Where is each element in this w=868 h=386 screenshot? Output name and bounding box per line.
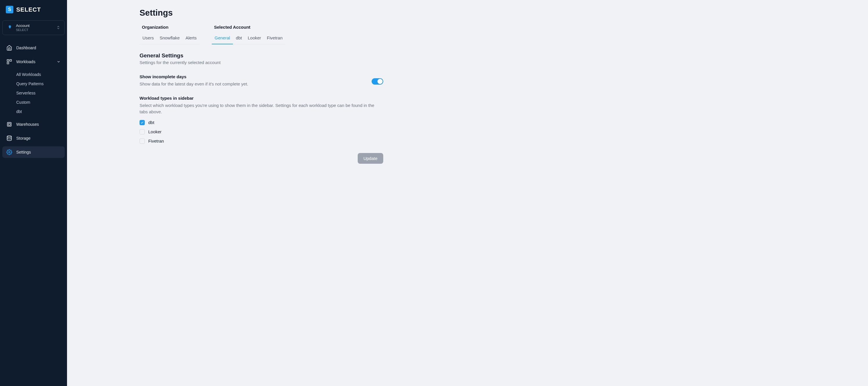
toggle-incomplete-days[interactable] bbox=[372, 78, 383, 84]
checkbox-row-dbt[interactable]: dbt bbox=[140, 120, 383, 125]
sidebar-sub-label: Custom bbox=[16, 100, 30, 105]
checkbox-looker[interactable] bbox=[140, 129, 145, 135]
svg-point-6 bbox=[9, 151, 10, 153]
section-subtitle: Settings for the currently selected acco… bbox=[140, 60, 383, 65]
tab-label: Alerts bbox=[185, 35, 196, 40]
checkbox-label: Fivetran bbox=[148, 139, 164, 143]
tab-general[interactable]: General bbox=[212, 33, 233, 44]
tab-groups: Organization Users Snowflake Alerts Sele… bbox=[140, 25, 383, 44]
tab-label: Users bbox=[143, 35, 154, 40]
sidebar-item-label: Settings bbox=[16, 150, 31, 154]
sidebar-item-warehouses[interactable]: Warehouses bbox=[2, 118, 65, 130]
checkbox-dbt[interactable] bbox=[140, 120, 145, 125]
checkbox-label: dbt bbox=[148, 120, 154, 125]
checkbox-label: Looker bbox=[148, 129, 162, 134]
tab-users[interactable]: Users bbox=[140, 33, 157, 44]
sidebar-sub-item-all-workloads[interactable]: All Workloads bbox=[2, 70, 65, 79]
storage-icon bbox=[6, 135, 12, 141]
brand-logo: S SELECT bbox=[2, 6, 65, 13]
sidebar-item-label: Warehouses bbox=[16, 122, 39, 127]
account-value: SELECT bbox=[16, 28, 53, 32]
snowflake-icon bbox=[7, 24, 13, 31]
checkbox-fivetran[interactable] bbox=[140, 139, 145, 144]
tab-snowflake[interactable]: Snowflake bbox=[157, 33, 183, 44]
svg-rect-2 bbox=[7, 62, 9, 64]
sidebar: S SELECT Account SELECT Dashboard Worklo… bbox=[0, 0, 67, 386]
sidebar-sub-label: All Workloads bbox=[16, 72, 41, 77]
sidebar-item-label: Workloads bbox=[16, 60, 35, 64]
setting-desc: Select which workload types you're using… bbox=[140, 102, 383, 115]
svg-point-5 bbox=[7, 136, 11, 137]
setting-workload-types: Workload types in sidebar Select which w… bbox=[140, 96, 383, 144]
tab-label: dbt bbox=[236, 35, 242, 40]
account-picker[interactable]: Account SELECT bbox=[2, 20, 65, 35]
sidebar-sub-item-serverless[interactable]: Serverless bbox=[2, 89, 65, 98]
checkbox-row-looker[interactable]: Looker bbox=[140, 129, 383, 135]
tab-fivetran[interactable]: Fivetran bbox=[264, 33, 285, 44]
button-row: Update bbox=[140, 153, 383, 164]
account-label: Account bbox=[16, 24, 53, 28]
tab-label: Snowflake bbox=[160, 35, 180, 40]
brand-logo-text: SELECT bbox=[16, 6, 41, 13]
sidebar-sub-label: dbt bbox=[16, 109, 22, 114]
tab-group-title: Organization bbox=[140, 25, 199, 30]
sidebar-sub-label: Query Patterns bbox=[16, 81, 43, 86]
setting-incomplete-days: Show incomplete days Show data for the l… bbox=[140, 74, 383, 87]
gear-icon bbox=[6, 149, 12, 155]
main-content: Settings Organization Users Snowflake Al… bbox=[67, 0, 868, 386]
sidebar-item-settings[interactable]: Settings bbox=[2, 146, 65, 158]
account-info: Account SELECT bbox=[16, 24, 53, 32]
svg-rect-0 bbox=[7, 60, 9, 61]
svg-rect-4 bbox=[8, 123, 10, 125]
tab-looker[interactable]: Looker bbox=[245, 33, 264, 44]
sidebar-sub-label: Serverless bbox=[16, 91, 35, 95]
organization-tabs: Users Snowflake Alerts bbox=[140, 33, 199, 44]
chevron-down-icon bbox=[57, 60, 61, 64]
tab-dbt[interactable]: dbt bbox=[233, 33, 245, 44]
svg-rect-3 bbox=[7, 122, 11, 126]
update-button-label: Update bbox=[364, 156, 377, 161]
sidebar-sub-item-dbt[interactable]: dbt bbox=[2, 107, 65, 116]
setting-title: Workload types in sidebar bbox=[140, 96, 383, 101]
update-button[interactable]: Update bbox=[358, 153, 383, 164]
sidebar-item-storage[interactable]: Storage bbox=[2, 133, 65, 144]
sidebar-item-workloads[interactable]: Workloads bbox=[2, 56, 65, 68]
workload-type-checkbox-list: dbt Looker Fivetran bbox=[140, 120, 383, 144]
workloads-icon bbox=[6, 59, 12, 65]
chevron-up-down-icon bbox=[56, 26, 60, 30]
sidebar-item-dashboard[interactable]: Dashboard bbox=[2, 42, 65, 54]
warehouse-icon bbox=[6, 121, 12, 127]
home-icon bbox=[6, 45, 12, 51]
svg-rect-1 bbox=[10, 60, 11, 61]
tab-label: Fivetran bbox=[267, 35, 283, 40]
selected-account-tabs: General dbt Looker Fivetran bbox=[212, 33, 285, 44]
check-icon bbox=[141, 121, 144, 124]
setting-title: Show incomplete days bbox=[140, 74, 360, 79]
tab-label: Looker bbox=[248, 35, 261, 40]
checkbox-row-fivetran[interactable]: Fivetran bbox=[140, 139, 383, 144]
brand-logo-mark: S bbox=[6, 6, 13, 13]
sidebar-sub-item-query-patterns[interactable]: Query Patterns bbox=[2, 79, 65, 89]
tab-label: General bbox=[215, 35, 230, 40]
tab-group-selected-account: Selected Account General dbt Looker Five… bbox=[212, 25, 285, 44]
tab-alerts[interactable]: Alerts bbox=[183, 33, 199, 44]
setting-desc: Show data for the latest day even if it'… bbox=[140, 81, 360, 87]
page-title: Settings bbox=[140, 8, 383, 18]
sidebar-item-label: Dashboard bbox=[16, 45, 36, 50]
section-title: General Settings bbox=[140, 52, 383, 59]
tab-group-organization: Organization Users Snowflake Alerts bbox=[140, 25, 199, 44]
sidebar-sub-item-custom[interactable]: Custom bbox=[2, 98, 65, 107]
workloads-sub-items: All Workloads Query Patterns Serverless … bbox=[2, 70, 65, 116]
sidebar-item-label: Storage bbox=[16, 136, 30, 141]
tab-group-title: Selected Account bbox=[212, 25, 285, 30]
